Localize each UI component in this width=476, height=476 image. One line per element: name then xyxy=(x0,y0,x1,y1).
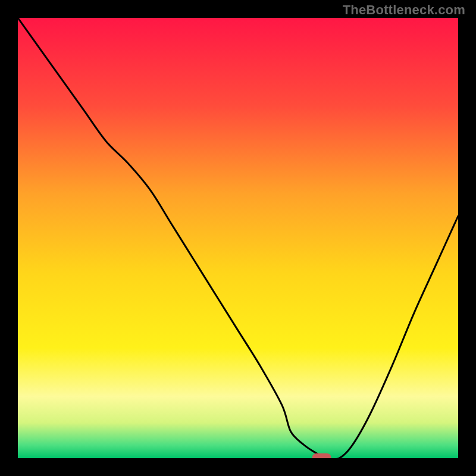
gradient-background xyxy=(18,18,458,458)
optimal-marker xyxy=(312,453,331,458)
watermark: TheBottleneck.com xyxy=(343,2,465,18)
bottleneck-chart xyxy=(18,18,458,458)
chart-svg xyxy=(18,18,458,458)
